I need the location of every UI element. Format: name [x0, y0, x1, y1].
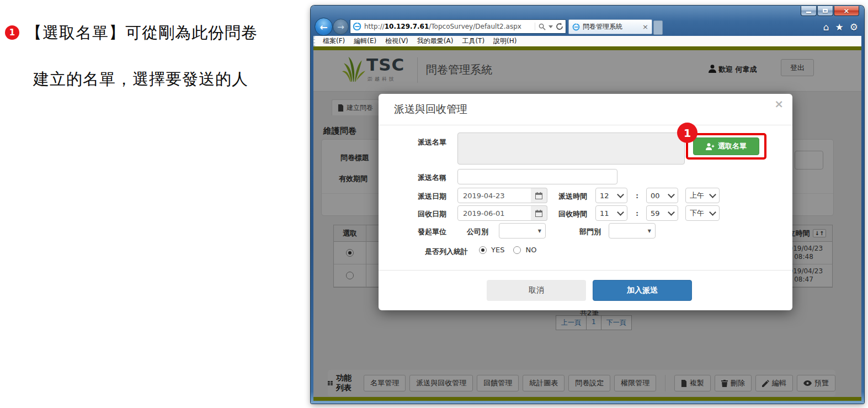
add-dispatch-button[interactable]: 加入派送 — [593, 280, 692, 301]
time-separator: : — [636, 192, 638, 200]
browser-tab[interactable]: 問卷管理系統 × — [568, 19, 652, 34]
annotation-step-badge: 1 — [5, 25, 19, 40]
forward-arrow-icon: → — [337, 22, 344, 32]
back-arrow-icon: ← — [319, 22, 327, 33]
search-icon[interactable] — [539, 23, 546, 30]
close-window-button[interactable]: × — [834, 6, 859, 16]
annotation-step-badge-modal: 1 — [677, 123, 697, 143]
dispatch-name-input[interactable] — [457, 169, 617, 184]
caret-down-icon: ▼ — [648, 229, 651, 234]
collect-date-label: 回收日期 — [379, 209, 446, 219]
address-bar-icons — [535, 23, 563, 30]
modal-close-icon[interactable]: × — [774, 97, 784, 110]
modal-title: 派送與回收管理 — [394, 102, 467, 116]
home-icon[interactable]: ⌂ — [823, 22, 829, 33]
tab-close-icon[interactable]: × — [642, 23, 648, 31]
refresh-icon[interactable] — [556, 23, 563, 30]
dept-label: 部門別 — [533, 227, 601, 237]
annotation-line-2: 建立的名單，選擇要發送的人 — [33, 68, 248, 91]
url-host: 10.129.7.61 — [385, 23, 429, 30]
screenshot-canvas: 1 【選取名單】可從剛為此份問卷 建立的名單，選擇要發送的人 × ← → htt… — [0, 0, 868, 408]
minimize-icon — [806, 12, 811, 13]
menu-edit[interactable]: 編輯(E) — [354, 36, 376, 46]
radio-no[interactable] — [513, 246, 521, 254]
dispatch-hour-select[interactable]: 12 — [595, 188, 627, 203]
close-icon: × — [844, 7, 850, 15]
annotation-line-1: 【選取名單】可從剛為此份問卷 — [26, 22, 258, 44]
time-separator: : — [636, 209, 638, 218]
chevron-down-icon — [668, 209, 675, 216]
dept-select[interactable]: ▼ — [609, 223, 656, 239]
maximize-icon — [823, 9, 828, 13]
collect-time-label: 回收時間 — [521, 209, 587, 219]
browser-navbar: ← → http://10.129.7.61/TopcoSurvey/Defau… — [313, 18, 861, 36]
dispatch-list-label: 派送名單 — [379, 137, 446, 147]
browser-menubar: 檔案(F) 編輯(E) 檢視(V) 我的最愛(A) 工具(T) 說明(H) — [313, 36, 861, 46]
dispatch-date-label: 派送日期 — [379, 192, 446, 202]
search-dropdown-icon[interactable] — [549, 25, 553, 28]
radio-no-label: NO — [525, 246, 536, 254]
page-viewport: TSC 崇越科技 問卷管理系統 歡迎 何韋成 登出 建立問卷 維護問卷 問卷標題… — [313, 46, 861, 401]
new-tab-button[interactable] — [653, 20, 663, 35]
cancel-button[interactable]: 取消 — [487, 280, 586, 301]
dispatch-ampm-select[interactable]: 上午 — [685, 188, 720, 203]
annotation-highlight-box — [686, 133, 766, 160]
menu-help[interactable]: 說明(H) — [493, 36, 516, 46]
dispatch-list-textarea[interactable] — [457, 133, 685, 165]
radio-yes[interactable] — [479, 246, 487, 254]
chevron-down-icon — [617, 209, 624, 216]
collect-minute-select[interactable]: 59 — [646, 205, 678, 221]
menu-tools[interactable]: 工具(T) — [462, 36, 484, 46]
collect-hour-select[interactable]: 11 — [595, 205, 627, 221]
dispatch-date-input[interactable]: 2019-04-23 — [457, 188, 531, 203]
chevron-down-icon — [709, 209, 716, 216]
dispatch-name-label: 派送名稱 — [379, 173, 446, 183]
menu-view[interactable]: 檢視(V) — [385, 36, 408, 46]
maximize-button[interactable] — [817, 6, 833, 16]
stats-radio-group: YES NO — [479, 246, 536, 254]
ie-favicon — [353, 22, 361, 31]
dispatch-time-label: 派送時間 — [521, 192, 587, 202]
modal-header-divider — [379, 125, 792, 125]
dispatch-modal: 派送與回收管理 × 派送名單 選取名單 1 派送名稱 — [379, 94, 792, 310]
modal-footer-divider — [379, 270, 792, 271]
radio-yes-label: YES — [491, 246, 504, 254]
back-button[interactable]: ← — [315, 18, 333, 36]
tab-title: 問卷管理系統 — [583, 22, 640, 31]
company-label: 公司別 — [431, 227, 488, 237]
chevron-down-icon — [668, 191, 675, 198]
browser-window: × ← → http://10.129.7.61/TopcoSurvey/Def… — [311, 6, 864, 404]
tab-favicon-ie — [572, 23, 580, 31]
stats-label: 是否列入統計 — [379, 247, 468, 257]
chevron-down-icon — [709, 191, 716, 198]
collect-date-input[interactable]: 2019-06-01 — [457, 205, 531, 221]
forward-button[interactable]: → — [333, 19, 349, 35]
menu-file[interactable]: 檔案(F) — [323, 36, 345, 46]
browser-toolbar-icons: ⌂ ★ ⚙ — [823, 18, 858, 36]
url-text[interactable]: http://10.129.7.61/TopcoSurvey/Default2.… — [364, 23, 532, 30]
collect-ampm-select[interactable]: 下午 — [685, 205, 720, 221]
dispatch-minute-select[interactable]: 00 — [646, 188, 678, 203]
chevron-down-icon — [617, 191, 624, 198]
address-bar[interactable]: http://10.129.7.61/TopcoSurvey/Default2.… — [350, 19, 566, 34]
favorites-star-icon[interactable]: ★ — [835, 22, 844, 33]
menu-favorites[interactable]: 我的最愛(A) — [417, 36, 454, 46]
settings-gear-icon[interactable]: ⚙ — [850, 22, 858, 33]
window-controls: × — [800, 6, 859, 16]
minimize-button[interactable] — [801, 6, 817, 16]
